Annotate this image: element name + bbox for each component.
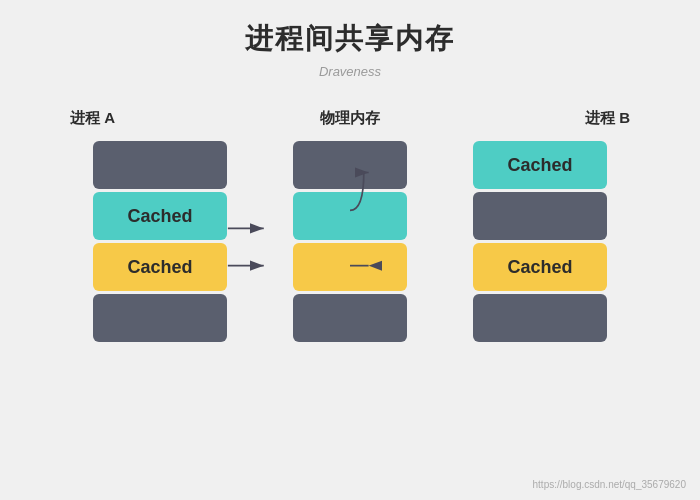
process-a-cached-cyan: Cached: [127, 206, 192, 227]
physical-segment-bottom: [293, 294, 407, 342]
process-b-segment-mid: [473, 192, 607, 240]
physical-segment-yellow: [293, 243, 407, 291]
physical-memory-label: 物理内存: [320, 109, 380, 128]
physical-segment-cyan: [293, 192, 407, 240]
process-a-label: 进程 A: [70, 109, 115, 128]
page-title: 进程间共享内存: [245, 20, 455, 58]
physical-memory-column: [290, 138, 410, 345]
physical-segment-top: [293, 141, 407, 189]
process-b-segment-bottom: [473, 294, 607, 342]
footer-url: https://blog.csdn.net/qq_35679620: [533, 479, 686, 490]
page-subtitle: Draveness: [319, 64, 381, 79]
process-a-segment-yellow: Cached: [93, 243, 227, 291]
process-b-label: 进程 B: [585, 109, 630, 128]
process-a-cached-yellow: Cached: [127, 257, 192, 278]
process-a-block: Cached Cached: [90, 138, 230, 345]
process-b-segment-yellow: Cached: [473, 243, 607, 291]
physical-memory-block: [290, 138, 410, 345]
process-a-segment-top: [93, 141, 227, 189]
process-a-segment-bottom: [93, 294, 227, 342]
process-a-segment-cyan: Cached: [93, 192, 227, 240]
page-container: 进程间共享内存 Draveness 进程 A 物理内存 进程 B Cached …: [0, 0, 700, 500]
process-b-cached-cyan: Cached: [507, 155, 572, 176]
diagram-area: Cached Cached Cached Cached: [30, 138, 670, 345]
process-b-block: Cached Cached: [470, 138, 610, 345]
process-b-segment-cyan: Cached: [473, 141, 607, 189]
process-b-cached-yellow: Cached: [507, 257, 572, 278]
